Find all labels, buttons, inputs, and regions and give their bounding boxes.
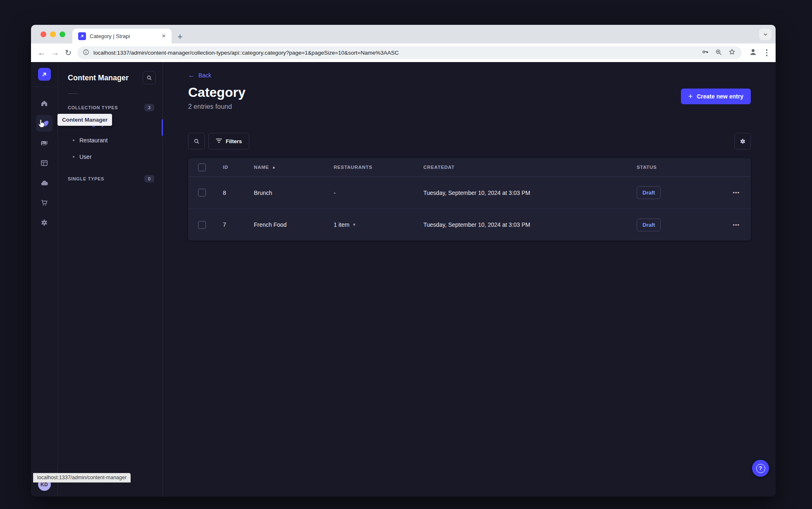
page-title: Category [188, 85, 246, 100]
column-header-restaurants[interactable]: RESTAURANTS [334, 165, 423, 170]
gear-icon [40, 218, 48, 227]
row-actions-menu-icon[interactable]: ⋯ [733, 189, 751, 197]
back-label: Back [198, 72, 211, 79]
profile-icon[interactable] [748, 47, 758, 58]
entries-count: 2 entries found [188, 103, 246, 110]
table-row[interactable]: 7 French Food 1 item▼ Tuesday, September… [188, 209, 751, 240]
single-types-count-badge: 0 [144, 175, 154, 182]
back-button[interactable]: ← [38, 49, 45, 57]
site-info-icon[interactable] [83, 49, 89, 57]
subnav-item-label: Restaurant [79, 137, 107, 144]
logo-section [31, 62, 57, 87]
entries-table: ID NAME▲ RESTAURANTS CREATEDAT STATUS 8 … [188, 158, 751, 240]
browser-menu-icon[interactable] [764, 49, 769, 56]
subnav-search-button[interactable] [143, 71, 156, 84]
column-header-status[interactable]: STATUS [637, 165, 716, 170]
main-content: ← Back Category 2 entries found + Create… [163, 62, 776, 497]
row-actions-menu-icon[interactable]: ⋯ [733, 221, 751, 229]
shopping-cart-icon [40, 199, 48, 207]
filters-label: Filters [226, 138, 242, 144]
tab-title: Category | Strapi [90, 33, 156, 39]
tab-close-icon[interactable]: ✕ [160, 32, 167, 40]
filter-icon [216, 138, 222, 144]
browser-tab-strip: Category | Strapi ✕ + [31, 25, 776, 43]
url-action-icons [701, 48, 739, 58]
subnav-item-restaurant[interactable]: Restaurant [58, 132, 162, 149]
minimize-window-button[interactable] [50, 31, 56, 37]
table-search-button[interactable] [188, 133, 205, 149]
cell-id: 7 [223, 221, 254, 228]
chrome-controls [748, 47, 769, 58]
back-link[interactable]: ← Back [188, 72, 751, 79]
sidebar-item-cloud[interactable] [36, 175, 53, 191]
create-new-entry-label: Create new entry [697, 93, 743, 100]
subnav-title: Content Manager [68, 74, 129, 82]
select-all-checkbox[interactable] [198, 163, 206, 171]
new-tab-button[interactable]: + [177, 33, 183, 41]
status-badge: Draft [637, 218, 661, 231]
back-arrow-icon: ← [188, 72, 195, 79]
view-settings-button[interactable] [734, 133, 751, 149]
cell-id: 8 [223, 190, 254, 196]
sidebar-item-marketplace[interactable] [36, 194, 53, 211]
subnav-item-label: User [79, 154, 92, 160]
browser-window: Category | Strapi ✕ + ← → ↻ localhost:13… [31, 25, 776, 497]
column-header-name[interactable]: NAME▲ [254, 165, 334, 170]
table-header-row: ID NAME▲ RESTAURANTS CREATEDAT STATUS [188, 158, 751, 177]
sidebar-item-home[interactable] [36, 95, 53, 112]
plus-icon: + [688, 93, 693, 100]
collection-types-label: COLLECTION TYPES [68, 105, 118, 110]
bullet-icon [73, 139, 74, 141]
tab-search-chevron-button[interactable] [759, 29, 771, 40]
create-new-entry-button[interactable]: + Create new entry [681, 89, 751, 104]
cell-restaurants: - [334, 190, 423, 196]
desktop: { "browser": { "tab": { "title": "Catego… [0, 0, 812, 509]
forward-button[interactable]: → [51, 49, 59, 57]
url-text[interactable]: localhost:1337/admin/content-manager/col… [93, 50, 697, 56]
browser-tab[interactable]: Category | Strapi ✕ [72, 29, 172, 43]
expand-caret-icon: ▼ [352, 223, 356, 227]
address-bar[interactable]: localhost:1337/admin/content-manager/col… [77, 46, 742, 59]
mouse-cursor-hand-icon [37, 119, 45, 130]
row-checkbox[interactable] [198, 189, 206, 197]
window-controls [41, 31, 65, 37]
sidebar-item-media-library[interactable] [36, 135, 53, 151]
column-header-createdat[interactable]: CREATEDAT [423, 165, 637, 170]
home-icon [40, 99, 48, 108]
status-badge: Draft [637, 186, 661, 199]
bullet-icon [73, 156, 74, 158]
table-row[interactable]: 8 Brunch - Tuesday, September 10, 2024 a… [188, 177, 751, 209]
cell-createdat: Tuesday, September 10, 2024 at 3:03 PM [423, 221, 637, 228]
cell-restaurants[interactable]: 1 item▼ [334, 221, 423, 228]
content-manager-tooltip: Content Manager [57, 114, 112, 126]
zoom-icon[interactable] [715, 48, 722, 58]
row-checkbox[interactable] [198, 221, 206, 229]
strapi-favicon-icon [78, 32, 86, 40]
cell-createdat: Tuesday, September 10, 2024 at 3:03 PM [423, 190, 637, 196]
single-types-label: SINGLE TYPES [68, 176, 104, 181]
subnav-divider [68, 94, 78, 94]
content-manager-subnav: Content Manager COLLECTION TYPES 3 Categ… [58, 62, 163, 497]
cell-name: French Food [254, 221, 334, 228]
help-button[interactable]: ? [752, 460, 769, 477]
fullscreen-window-button[interactable] [60, 31, 65, 37]
cloud-icon [40, 179, 49, 187]
browser-status-link: localhost:1337/admin/content-manager [33, 473, 131, 483]
media-library-icon [40, 139, 48, 147]
reload-button[interactable]: ↻ [65, 49, 72, 57]
strapi-logo-icon[interactable] [38, 68, 51, 81]
subnav-item-user[interactable]: User [58, 149, 162, 165]
sort-asc-icon: ▲ [272, 165, 276, 169]
sidebar-item-content-type-builder[interactable] [36, 155, 53, 171]
filters-button[interactable]: Filters [208, 133, 249, 149]
browser-toolbar: ← → ↻ localhost:1337/admin/content-manag… [31, 43, 776, 62]
content-type-builder-icon [40, 159, 48, 167]
password-key-icon[interactable] [701, 48, 709, 58]
column-header-id[interactable]: ID [223, 165, 254, 170]
cell-name: Brunch [254, 190, 334, 196]
close-window-button[interactable] [41, 31, 46, 37]
collection-types-count-badge: 3 [144, 104, 154, 111]
bookmark-star-icon[interactable] [728, 48, 736, 58]
sidebar-item-settings[interactable] [36, 214, 53, 231]
strapi-admin: KD Content Manager COLLECTION TYPES 3 Ca… [31, 62, 776, 497]
